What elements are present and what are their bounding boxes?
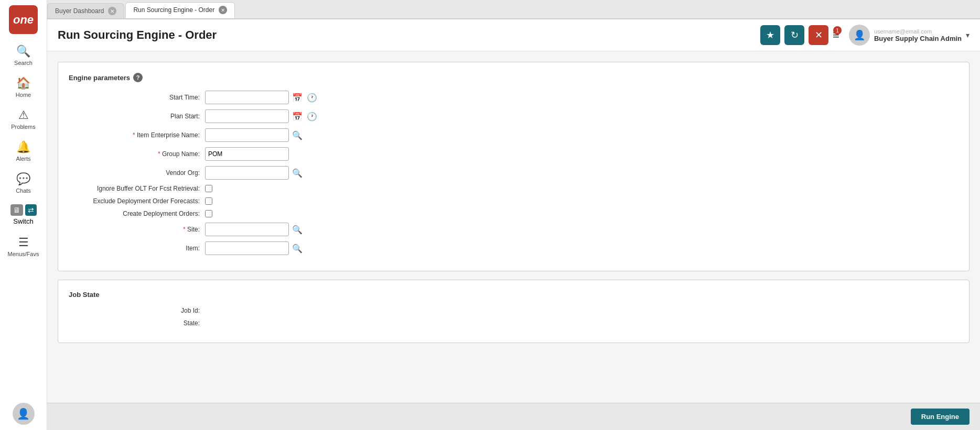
vendor-org-lookup-icon[interactable]: 🔍 xyxy=(291,167,304,179)
user-avatar-sidebar[interactable]: 👤 xyxy=(13,403,35,425)
plan-start-clock-icon[interactable]: 🕐 xyxy=(306,111,318,123)
sidebar-item-search[interactable]: 🔍 Search xyxy=(0,39,47,71)
menus-icon: ☰ xyxy=(18,236,29,249)
item-enterprise-name-label: Item Enterprise Name: xyxy=(69,131,205,139)
tab-close-buyer-dashboard[interactable]: ✕ xyxy=(108,7,116,15)
ignore-buffer-olt-label: Ignore Buffer OLT For Fcst Retrieval: xyxy=(69,185,205,192)
app-logo[interactable]: one xyxy=(9,5,38,34)
content-area: Engine parameters ? Start Time: 📅 🕐 Plan… xyxy=(47,51,980,403)
item-enterprise-name-input[interactable] xyxy=(205,128,289,142)
job-state-panel: Job State Job Id: State: xyxy=(58,280,970,343)
state-label: State: xyxy=(69,319,205,327)
main-content: Buyer Dashboard ✕ Run Sourcing Engine - … xyxy=(47,0,980,430)
start-time-input[interactable] xyxy=(205,91,289,104)
help-icon[interactable]: ? xyxy=(133,73,143,82)
item-enterprise-name-lookup-icon[interactable]: 🔍 xyxy=(291,129,304,141)
site-lookup-icon[interactable]: 🔍 xyxy=(291,224,304,236)
ignore-buffer-olt-row: Ignore Buffer OLT For Fcst Retrieval: xyxy=(69,185,959,192)
favorite-button[interactable]: ★ xyxy=(760,25,780,45)
problems-icon: ⚠ xyxy=(18,108,29,122)
start-time-row: Start Time: 📅 🕐 xyxy=(69,91,959,104)
vendor-org-row: Vendor Org: 🔍 xyxy=(69,166,959,180)
sidebar-item-problems[interactable]: ⚠ Problems xyxy=(0,103,47,135)
job-id-label: Job Id: xyxy=(69,307,205,314)
create-deployment-label: Create Deployment Orders: xyxy=(69,210,205,217)
switch-screen-icon: 🖥 xyxy=(10,204,23,216)
sidebar-item-chats[interactable]: 💬 Chats xyxy=(0,167,47,199)
sidebar-item-switch[interactable]: 🖥 ⇄ Switch xyxy=(0,199,47,230)
close-button[interactable]: ✕ xyxy=(809,25,828,45)
item-input[interactable] xyxy=(205,241,289,255)
start-time-clock-icon[interactable]: 🕐 xyxy=(306,92,318,104)
header: Run Sourcing Engine - Order ★ ↻ ✕ ≡ 1 👤 … xyxy=(47,19,980,51)
user-email: username@email.com xyxy=(874,28,962,35)
sidebar-item-alerts[interactable]: 🔔 Alerts xyxy=(0,135,47,167)
start-time-calendar-icon[interactable]: 📅 xyxy=(291,92,304,104)
group-name-row: Group Name: xyxy=(69,147,959,161)
job-state-legend: Job State xyxy=(69,291,100,299)
user-avatar: 👤 xyxy=(849,25,870,46)
tab-run-sourcing-engine[interactable]: Run Sourcing Engine - Order ✕ xyxy=(125,2,235,18)
user-dropdown-icon[interactable]: ▾ xyxy=(966,31,970,39)
site-input[interactable] xyxy=(205,223,289,236)
footer: Run Engine xyxy=(47,403,980,430)
plan-start-row: Plan Start: 📅 🕐 xyxy=(69,109,959,123)
switch-arrows-icon: ⇄ xyxy=(25,204,37,216)
engine-parameters-legend: Engine parameters xyxy=(69,74,130,82)
user-role: Buyer Supply Chain Admin xyxy=(874,35,962,42)
exclude-deployment-row: Exclude Deployment Order Forecasts: xyxy=(69,197,959,205)
plan-start-label: Plan Start: xyxy=(69,113,205,120)
tab-buyer-dashboard[interactable]: Buyer Dashboard ✕ xyxy=(47,3,124,18)
group-name-label: Group Name: xyxy=(69,150,205,158)
notification-badge: 1 xyxy=(833,26,842,35)
exclude-deployment-label: Exclude Deployment Order Forecasts: xyxy=(69,197,205,205)
site-row: Site: 🔍 xyxy=(69,223,959,236)
refresh-button[interactable]: ↻ xyxy=(784,25,804,45)
alerts-icon: 🔔 xyxy=(16,140,30,154)
sidebar: one 🔍 Search 🏠 Home ⚠ Problems 🔔 Alerts … xyxy=(0,0,47,430)
home-icon: 🏠 xyxy=(16,76,30,90)
sidebar-item-menus[interactable]: ☰ Menus/Favs xyxy=(0,230,47,262)
page-title: Run Sourcing Engine - Order xyxy=(58,28,760,42)
vendor-org-input[interactable] xyxy=(205,166,289,180)
job-id-row: Job Id: xyxy=(69,307,959,314)
plan-start-input[interactable] xyxy=(205,109,289,123)
search-icon: 🔍 xyxy=(16,45,30,58)
tab-bar: Buyer Dashboard ✕ Run Sourcing Engine - … xyxy=(47,0,980,19)
exclude-deployment-checkbox[interactable] xyxy=(205,197,212,205)
item-row: Item: 🔍 xyxy=(69,241,959,255)
create-deployment-row: Create Deployment Orders: xyxy=(69,210,959,217)
group-name-input[interactable] xyxy=(205,147,289,161)
item-label: Item: xyxy=(69,245,205,252)
item-lookup-icon[interactable]: 🔍 xyxy=(291,242,304,255)
start-time-label: Start Time: xyxy=(69,94,205,101)
state-row: State: xyxy=(69,319,959,327)
menu-button[interactable]: ≡ 1 xyxy=(833,28,839,42)
chats-icon: 💬 xyxy=(16,172,30,186)
item-enterprise-name-row: Item Enterprise Name: 🔍 xyxy=(69,128,959,142)
engine-parameters-panel: Engine parameters ? Start Time: 📅 🕐 Plan… xyxy=(58,62,970,271)
run-engine-button[interactable]: Run Engine xyxy=(911,409,970,425)
site-label: Site: xyxy=(69,226,205,233)
tab-close-run-sourcing-engine[interactable]: ✕ xyxy=(219,6,227,14)
create-deployment-checkbox[interactable] xyxy=(205,210,212,217)
vendor-org-label: Vendor Org: xyxy=(69,169,205,177)
ignore-buffer-olt-checkbox[interactable] xyxy=(205,185,212,192)
sidebar-item-home[interactable]: 🏠 Home xyxy=(0,71,47,103)
plan-start-calendar-icon[interactable]: 📅 xyxy=(291,111,304,123)
